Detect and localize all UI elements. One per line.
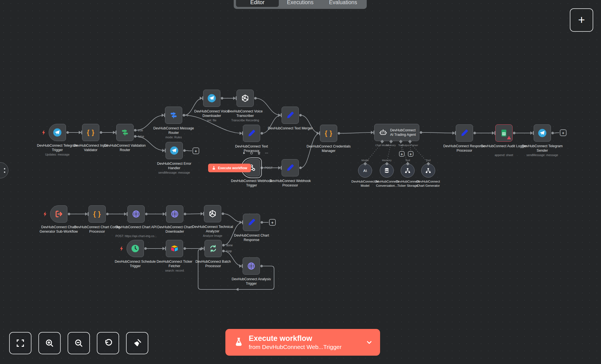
zoom-out-button[interactable] — [68, 332, 90, 354]
lightning-icon — [41, 129, 47, 137]
add-connection-button[interactable]: + — [193, 147, 199, 154]
trash-icon[interactable] — [257, 151, 261, 155]
chat-icon — [4, 171, 5, 173]
tab-executions[interactable]: Executions — [279, 0, 322, 7]
telegram-icon — [170, 146, 179, 155]
openai-icon — [241, 94, 250, 103]
node-label: DevHubConnect Audit Logger — [480, 144, 528, 148]
globe-icon — [170, 210, 179, 218]
flask-icon — [212, 166, 216, 170]
node-label: DevHubConnect Input Validator — [67, 143, 114, 153]
add-connection-button[interactable]: + — [399, 151, 405, 157]
node-label: DevHubConnect Validation Router — [101, 143, 149, 153]
tab-evaluations[interactable]: Evaluations — [322, 0, 364, 7]
workflow-canvas[interactable]: truefalse0POSTdoneloop DevHubConnect Tel… — [0, 0, 601, 364]
node-technical-analyzer[interactable] — [204, 205, 221, 222]
node-ticker-fetcher[interactable] — [166, 240, 183, 257]
sub-node-port-label: Memory — [376, 159, 398, 162]
node-subtitle: search: record — [147, 269, 202, 272]
node-subtitle: sendMessage: message — [146, 171, 202, 174]
node-voice-transcriber[interactable] — [237, 90, 254, 107]
node-subtitle: POST: https://api.chart-img.co... — [108, 234, 164, 238]
add-connection-button[interactable]: + — [269, 219, 276, 226]
node-chart-api[interactable] — [127, 205, 145, 223]
tab-editor[interactable]: Editor — [236, 0, 279, 7]
node-response-processor[interactable] — [456, 124, 473, 142]
node-label: DevHubConnect Text Merger — [267, 126, 314, 131]
sub-node-port-label: Tool — [396, 159, 419, 162]
chat-icon — [4, 168, 5, 169]
reset-zoom-button[interactable] — [97, 332, 119, 354]
connection-label: POST — [265, 166, 273, 169]
connection-label: 0 — [187, 114, 188, 117]
node-input-validator[interactable]: { } — [82, 124, 99, 141]
node-sub-model[interactable]: A\ — [358, 164, 372, 178]
node-label: DevHubConnect Credentials Manager — [305, 144, 352, 153]
node-chart-config[interactable]: { } — [88, 205, 106, 223]
node-sub-chart-generator[interactable] — [421, 164, 435, 178]
execute-workflow-button[interactable]: Execute workflow from DevHubConnect Web.… — [225, 329, 380, 356]
node-label: DevHubConnect Conversation... — [371, 179, 402, 188]
node-label: DevHubConnect Ticker Fetcher — [151, 259, 198, 269]
node-label: DevHubConnect Voice Transcriber — [221, 109, 269, 118]
zoom-in-button[interactable] — [38, 332, 61, 354]
node-ai-agent[interactable]: DevHubConnect AI Trading Agent — [374, 124, 419, 141]
pencil-icon — [286, 111, 295, 120]
node-label: DevHubConnect AI Trading Agent — [390, 128, 418, 137]
loop-icon — [209, 244, 218, 253]
power-icon[interactable] — [250, 151, 253, 155]
fit-view-button[interactable] — [9, 332, 31, 354]
braces-icon: { } — [93, 210, 101, 218]
node-chart-response[interactable] — [243, 214, 260, 231]
globe-icon — [132, 210, 141, 218]
plus-icon: + — [195, 149, 197, 153]
node-chart-downloader[interactable] — [166, 205, 183, 223]
node-subtitle: get: file — [184, 119, 240, 122]
airtable-icon — [170, 244, 179, 253]
node-chart-gen-subworkflow[interactable] — [50, 205, 67, 223]
node-label: DevHubConnect Telegram Sender — [519, 144, 566, 153]
node-error-handler[interactable] — [166, 142, 183, 159]
node-telegram-sender[interactable] — [534, 124, 551, 142]
clock-icon — [131, 244, 140, 253]
dots-icon[interactable] — [265, 151, 269, 155]
add-connection-button[interactable]: + — [560, 129, 566, 136]
pencil-icon — [247, 218, 256, 227]
node-label: DevHubConnect Webhook Trigger — [228, 179, 275, 188]
execute-workflow-inline-button[interactable]: Execute workflow — [208, 164, 251, 172]
node-sub-memory[interactable] — [380, 164, 394, 178]
node-label: DevHubConnect Batch Processor — [189, 259, 237, 269]
node-label: DevHubConnect Chart Downloader — [151, 225, 198, 234]
node-telegram-trigger[interactable] — [49, 124, 66, 141]
node-label: DevHubConnect AI Model — [349, 179, 381, 188]
add-connection-button[interactable]: + — [408, 151, 413, 157]
node-schedule-trigger[interactable] — [127, 240, 144, 257]
node-audit-logger[interactable] — [495, 124, 513, 142]
node-analysis-trigger[interactable] — [243, 257, 260, 275]
node-validation-router[interactable] — [116, 124, 134, 141]
lightning-icon — [119, 245, 125, 253]
add-node-button[interactable]: + — [570, 8, 593, 32]
node-batch-processor[interactable] — [205, 240, 222, 257]
node-subtitle: Updates: message — [29, 153, 85, 156]
telegram-icon — [207, 94, 216, 103]
sitemap-icon — [404, 167, 411, 174]
lightning-icon — [42, 211, 48, 218]
tidy-up-button[interactable] — [126, 332, 148, 354]
node-voice-downloader[interactable] — [203, 90, 220, 107]
connection-label: done — [226, 244, 233, 247]
node-text-merger[interactable] — [282, 107, 299, 124]
node-message-router[interactable] — [165, 107, 182, 124]
telegram-icon — [53, 128, 62, 137]
play-icon[interactable] — [242, 151, 246, 155]
exit-icon — [54, 210, 63, 218]
connection-label: loop — [226, 249, 232, 253]
node-subtitle: append: sheet — [476, 153, 532, 157]
node-sub-ticker-storage[interactable] — [401, 164, 415, 178]
flask-icon — [234, 337, 244, 348]
execute-workflow-subtitle: from DevHubConnect Web...Trigger — [249, 343, 366, 351]
broom-icon — [132, 338, 142, 348]
node-text-processor[interactable] — [243, 125, 260, 142]
node-webhook-processor[interactable] — [282, 159, 299, 176]
node-credentials-manager[interactable]: { } — [320, 125, 337, 142]
